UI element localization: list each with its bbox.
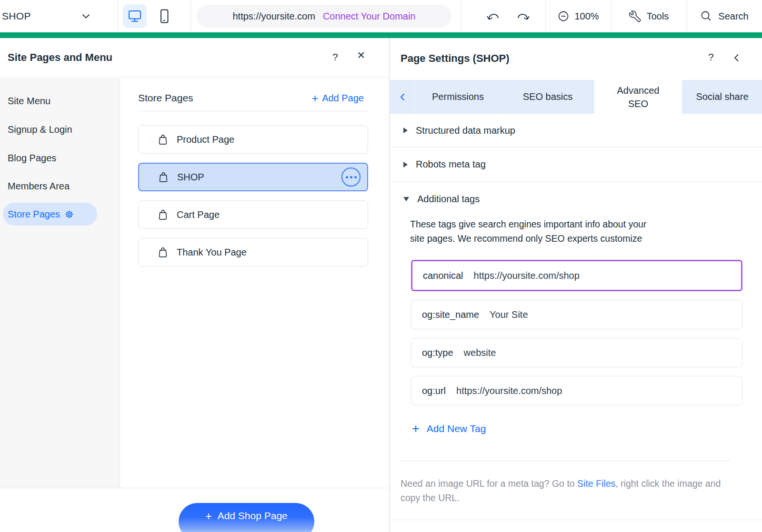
tab-social-share[interactable]: Social share <box>682 80 762 114</box>
meta-tag-name: og:site_name <box>422 309 479 320</box>
bottom-divider <box>390 520 762 520</box>
mobile-icon <box>158 9 170 24</box>
site-url-bar[interactable]: https://yoursite.com Connect Your Domain <box>197 5 451 28</box>
sidebar-item-members-area[interactable]: Members Area <box>8 179 70 193</box>
toolbar-divider <box>118 0 118 32</box>
meta-tag-name: og:type <box>422 347 453 358</box>
undo-icon[interactable] <box>486 10 501 22</box>
sidebar-item-signup-login[interactable]: Signup & Login <box>8 123 72 136</box>
sidebar-item-site-menu[interactable]: Site Menu <box>8 94 50 108</box>
shopping-bag-icon <box>157 246 169 258</box>
shopping-bag-icon <box>157 171 170 183</box>
redo-icon[interactable] <box>515 10 531 22</box>
panel-title: Site Pages and Menu <box>8 51 112 64</box>
top-toolbar: SHOP https://yoursite.com Connect Your D… <box>0 0 762 32</box>
meta-tag-value: Your Site <box>490 309 528 320</box>
close-icon[interactable]: × <box>357 49 365 62</box>
meta-tag-field-canonical[interactable]: canonical https://yoursite.com/shop <box>411 260 742 291</box>
add-shop-page-button[interactable]: + Add Shop Page <box>179 503 314 532</box>
page-row-thank-you-page[interactable]: Thank You Page <box>138 238 368 266</box>
add-page-button[interactable]: + Add Page <box>312 93 364 104</box>
pages-sidebar: Site Menu Signup & Login Blog Pages Memb… <box>0 77 120 488</box>
page-row-shop[interactable]: SHOP <box>138 163 368 191</box>
undo-redo-group <box>471 0 545 32</box>
page-settings-panel: Page Settings (SHOP) ? Permissions SEO b… <box>390 38 762 532</box>
toolbar-divider <box>461 0 461 32</box>
page-row-product-page[interactable]: Product Page <box>138 125 368 154</box>
zoom-out-icon <box>557 10 570 22</box>
shopping-bag-icon <box>157 133 169 146</box>
tab-label: Permissions <box>432 91 484 102</box>
zoom-level: 100% <box>574 11 599 22</box>
gear-icon[interactable] <box>65 210 74 219</box>
page-row-label: Thank You Page <box>177 247 247 258</box>
page-row-label: Cart Page <box>177 209 220 220</box>
tab-label: Social share <box>696 91 748 102</box>
page-row-label: Product Page <box>177 134 234 145</box>
help-icon[interactable]: ? <box>708 51 714 63</box>
heading-divider <box>138 111 368 111</box>
plus-icon: + <box>312 93 318 104</box>
desktop-icon <box>128 9 142 23</box>
plus-icon: + <box>412 422 420 436</box>
search-icon <box>700 10 712 22</box>
add-shop-page-label: Add Shop Page <box>218 510 288 532</box>
wrench-icon <box>629 10 641 22</box>
page-selector-dropdown[interactable]: SHOP <box>0 0 118 32</box>
page-selector-label: SHOP <box>0 10 31 22</box>
image-url-note: Need an image URL for a meta tag? Go to … <box>401 476 742 505</box>
tabs-scroll-left-button[interactable] <box>390 80 415 114</box>
meta-tag-value: https://yoursite.com/shop <box>456 385 562 396</box>
tab-advanced-seo[interactable]: Advanced SEO <box>594 80 682 114</box>
page-row-cart-page[interactable]: Cart Page <box>138 200 368 229</box>
store-pages-heading: Store Pages <box>138 92 193 104</box>
editor-window: SHOP https://yoursite.com Connect Your D… <box>0 0 762 532</box>
section-divider <box>401 461 730 461</box>
sidebar-item-store-pages[interactable]: Store Pages <box>3 203 97 226</box>
section-structured-data-markup[interactable]: Structured data markup <box>390 114 762 148</box>
triangle-down-icon <box>403 197 409 201</box>
zoom-control[interactable]: 100% <box>545 0 611 32</box>
add-new-tag-label: Add New Tag <box>427 423 486 434</box>
help-icon[interactable]: ? <box>332 51 338 63</box>
shopping-bag-icon <box>157 208 169 221</box>
search-label: Search <box>718 11 748 22</box>
description-line: These tags give search engines important… <box>410 217 715 231</box>
site-pages-panel: Site Pages and Menu ? × Site Menu Signup… <box>0 38 389 532</box>
section-additional-tags[interactable]: Additional tags <box>390 189 762 208</box>
tab-label: SEO basics <box>523 91 572 102</box>
plus-icon: + <box>205 510 211 532</box>
triangle-right-icon <box>403 128 408 133</box>
tab-permissions[interactable]: Permissions <box>415 80 501 114</box>
add-new-tag-button[interactable]: + Add New Tag <box>412 419 486 439</box>
connect-domain-link[interactable]: Connect Your Domain <box>323 11 416 22</box>
page-options-button[interactable] <box>341 167 361 187</box>
desktop-view-button[interactable] <box>123 4 147 28</box>
meta-tag-value: https://yoursite.com/shop <box>474 270 580 281</box>
section-label: Structured data markup <box>416 125 515 136</box>
sidebar-item-blog-pages[interactable]: Blog Pages <box>8 151 56 165</box>
site-pages-panel-header: Site Pages and Menu ? × <box>0 38 389 78</box>
toolbar-divider <box>190 0 191 32</box>
tools-label: Tools <box>647 11 669 22</box>
meta-tag-field-og-site-name[interactable]: og:site_name Your Site <box>411 300 742 329</box>
meta-tag-field-og-url[interactable]: og:url https://yoursite.com/shop <box>411 376 742 405</box>
description-line: site pages. We recommend only SEO expert… <box>410 231 715 246</box>
tab-seo-basics[interactable]: SEO basics <box>501 80 594 114</box>
mobile-view-button[interactable] <box>152 4 176 28</box>
site-theme-accent-bar <box>0 32 762 38</box>
panel-title: Page Settings (SHOP) <box>401 52 510 65</box>
tools-button[interactable]: Tools <box>611 0 687 32</box>
meta-tag-value: website <box>464 347 496 358</box>
meta-tag-name: og:url <box>422 385 446 396</box>
footer-divider <box>0 488 389 488</box>
section-robots-meta-tag[interactable]: Robots meta tag <box>390 148 762 182</box>
site-files-link[interactable]: Site Files <box>577 478 615 489</box>
sidebar-item-label: Store Pages <box>8 209 60 220</box>
additional-tags-description: These tags give search engines important… <box>410 217 715 246</box>
page-row-label: SHOP <box>177 172 204 183</box>
search-button[interactable]: Search <box>687 0 762 32</box>
meta-tag-field-og-type[interactable]: og:type website <box>411 338 742 367</box>
section-label: Robots meta tag <box>416 159 486 170</box>
collapse-panel-icon[interactable] <box>734 54 739 62</box>
